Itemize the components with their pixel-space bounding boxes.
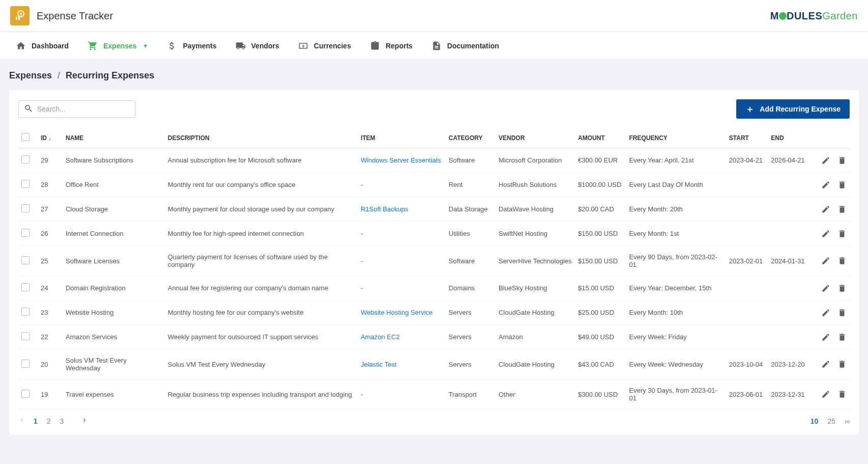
row-checkbox[interactable] xyxy=(21,180,30,188)
header-vendor[interactable]: VENDOR xyxy=(496,128,575,148)
cell-description: Annual subscription fee for Microsoft so… xyxy=(165,148,358,173)
search-wrap[interactable] xyxy=(18,100,135,118)
item-link[interactable]: Jelastic Test xyxy=(361,361,397,368)
nav-vendors[interactable]: Vendors xyxy=(226,32,288,60)
delete-icon[interactable] xyxy=(837,229,847,238)
edit-icon[interactable] xyxy=(821,256,830,265)
delete-icon[interactable] xyxy=(837,205,847,214)
cell-id: 28 xyxy=(38,173,63,197)
page-sizes: 1025∞ xyxy=(811,417,850,425)
page-size[interactable]: 25 xyxy=(827,417,835,425)
page-number[interactable]: 3 xyxy=(60,417,64,425)
cell-frequency: Every Month: 1st xyxy=(626,222,726,246)
header-start[interactable]: START xyxy=(726,128,768,148)
row-checkbox[interactable] xyxy=(21,332,30,340)
delete-icon[interactable] xyxy=(837,256,847,265)
cell-category: Servers xyxy=(446,325,496,349)
delete-icon[interactable] xyxy=(837,308,847,317)
edit-icon[interactable] xyxy=(821,308,830,317)
cell-description: Monthly hosting fee for our company's we… xyxy=(165,301,358,325)
edit-icon[interactable] xyxy=(821,284,830,293)
edit-icon[interactable] xyxy=(821,390,830,399)
edit-icon[interactable] xyxy=(821,229,830,238)
nav-dashboard[interactable]: Dashboard xyxy=(6,32,78,60)
delete-icon[interactable] xyxy=(837,390,847,399)
cell-frequency: Every Week: Wednesday xyxy=(626,349,726,379)
header-id[interactable]: ID ↓ xyxy=(38,128,63,148)
delete-icon[interactable] xyxy=(837,180,847,189)
nav-documentation[interactable]: Documentation xyxy=(422,32,508,60)
item-link[interactable]: R1Soft Backups xyxy=(361,205,408,213)
header-frequency[interactable]: FREQUENCY xyxy=(626,128,726,148)
app-logo: $ xyxy=(10,6,30,25)
table-row: 28 Office Rent Monthly rent for our comp… xyxy=(18,173,850,197)
edit-icon[interactable] xyxy=(821,333,830,342)
cell-vendor: HostRush Solutions xyxy=(496,173,575,197)
header-item[interactable]: ITEM xyxy=(358,128,446,148)
svg-rect-3 xyxy=(18,16,20,20)
nav-reports[interactable]: Reports xyxy=(360,32,422,60)
table-row: 26 Internet Connection Monthly fee for h… xyxy=(18,222,850,246)
table-row: 23 Website Hosting Monthly hosting fee f… xyxy=(18,301,850,325)
header-amount[interactable]: AMOUNT xyxy=(575,128,626,148)
page-size[interactable]: 10 xyxy=(811,417,819,425)
cell-amount: €300.00 EUR xyxy=(575,148,626,173)
header-description[interactable]: DESCRIPTION xyxy=(165,128,358,148)
edit-icon[interactable] xyxy=(821,360,830,369)
dollar-icon xyxy=(166,40,178,51)
item-link[interactable]: Amazon EC2 xyxy=(361,333,400,341)
header-end[interactable]: END xyxy=(768,128,810,148)
cell-item: - xyxy=(358,276,446,301)
cell-id: 24 xyxy=(38,276,63,301)
cell-amount: $20.00 CAD xyxy=(575,197,626,222)
delete-icon[interactable] xyxy=(837,333,847,342)
cell-id: 20 xyxy=(38,349,63,379)
breadcrumb-parent[interactable]: Expenses xyxy=(9,70,52,80)
page-number[interactable]: 2 xyxy=(47,417,51,425)
cart-icon xyxy=(87,40,98,51)
nav-label: Documentation xyxy=(447,42,499,50)
cell-amount: $15.00 USD xyxy=(575,276,626,301)
search-icon xyxy=(24,104,33,115)
nav-expenses[interactable]: Expenses ▼ xyxy=(78,32,157,60)
search-input[interactable] xyxy=(37,105,130,113)
select-all-checkbox[interactable] xyxy=(21,133,30,141)
cell-amount: $150.00 USD xyxy=(575,246,626,276)
nav-label: Dashboard xyxy=(32,42,69,50)
row-checkbox[interactable] xyxy=(21,360,30,368)
nav-currencies[interactable]: $ Currencies xyxy=(288,32,360,60)
edit-icon[interactable] xyxy=(821,205,830,214)
page-prev[interactable] xyxy=(18,417,25,425)
header-category[interactable]: CATEGORY xyxy=(446,128,496,148)
edit-icon[interactable] xyxy=(821,180,830,189)
table-row: 27 Cloud Storage Monthly payment for clo… xyxy=(18,197,850,222)
table-row: 22 Amazon Services Weekly payment for ou… xyxy=(18,325,850,349)
row-checkbox[interactable] xyxy=(21,283,30,291)
cell-name: Software Subscriptions xyxy=(63,148,165,173)
cell-name: Amazon Services xyxy=(63,325,165,349)
cell-category: Utilities xyxy=(446,222,496,246)
cell-amount: $25.00 USD xyxy=(575,301,626,325)
nav-payments[interactable]: Payments xyxy=(157,32,225,60)
page-number[interactable]: 1 xyxy=(34,417,38,425)
page-size[interactable]: ∞ xyxy=(845,417,850,425)
item-link[interactable]: Windows Server Essentials xyxy=(361,156,441,164)
row-checkbox[interactable] xyxy=(21,229,30,237)
cell-start: 2023-10-04 xyxy=(726,349,768,379)
row-checkbox[interactable] xyxy=(21,155,30,163)
row-checkbox[interactable] xyxy=(21,256,30,264)
cell-vendor: ServerHive Technologies xyxy=(496,246,575,276)
edit-icon[interactable] xyxy=(821,156,830,165)
row-checkbox[interactable] xyxy=(21,204,30,212)
page-next[interactable] xyxy=(81,417,88,425)
delete-icon[interactable] xyxy=(837,284,847,293)
delete-icon[interactable] xyxy=(837,156,847,165)
row-checkbox[interactable] xyxy=(21,308,30,316)
delete-icon[interactable] xyxy=(837,360,847,369)
cell-vendor: BlueSky Hosting xyxy=(496,276,575,301)
item-link[interactable]: Website Hosting Service xyxy=(361,309,432,316)
header-name[interactable]: NAME xyxy=(63,128,165,148)
add-recurring-expense-button[interactable]: ＋ Add Recurring Expense xyxy=(736,99,850,119)
cell-description: Quarterly payment for licenses of softwa… xyxy=(165,246,358,276)
row-checkbox[interactable] xyxy=(21,390,30,398)
